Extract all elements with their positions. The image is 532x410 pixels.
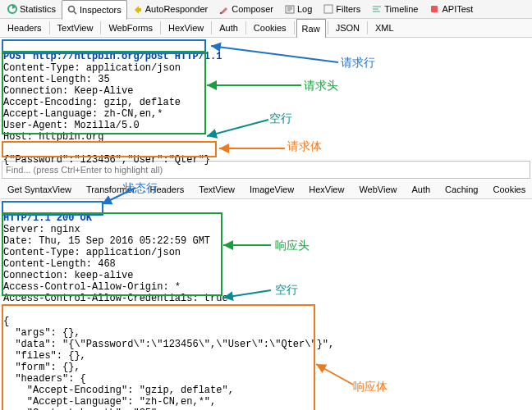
tab-label: Composer [232,4,273,14]
request-headers: Content-Type: application/json Content-L… [3,62,181,143]
resptab-caching[interactable]: Caching [439,180,484,199]
reqtab-cookies[interactable]: Cookies [248,18,292,38]
tab-label: TextView [57,23,94,33]
tab-label: AutoResponder [145,4,208,14]
resptab-getsyntax[interactable]: Get SyntaxView [2,180,77,199]
tab-label: WebForms [108,23,153,33]
request-tabs: Headers TextView WebForms HexView Auth C… [0,19,532,38]
tab-label: Filters [336,4,360,14]
svg-line-2 [74,11,76,14]
svg-line-19 [223,290,271,298]
autoresponder-icon [133,4,143,14]
tab-label: Auth [411,184,430,194]
tab-label: JSON [336,23,360,33]
tab-log[interactable]: Log [279,0,318,19]
tab-label: Statistics [20,4,56,14]
composer-icon [219,4,229,14]
label-request-headers: 请求头 [304,79,338,93]
timeline-icon [372,4,382,14]
label-request-line: 请求行 [341,56,375,71]
tab-composer[interactable]: Composer [213,0,279,19]
resptab-cookies[interactable]: Cookies [487,180,531,199]
request-body: {"Password":"123456","User":"Qter"} [3,154,210,166]
reqtab-webforms[interactable]: WebForms [103,18,158,38]
reqtab-xml[interactable]: XML [369,18,400,38]
svg-rect-8 [324,5,332,13]
reqtab-json[interactable]: JSON [330,18,365,38]
tab-label: Auth [219,23,238,33]
tab-label: Caching [445,184,478,194]
tab-label: APITest [442,4,473,14]
svg-point-1 [69,7,75,12]
main-toolbar: Statistics Inspectors AutoResponder Comp… [0,0,532,19]
inspectors-icon [67,5,77,15]
tab-label: XML [375,23,394,33]
reqtab-hexview[interactable]: HexView [163,18,209,38]
tab-label: Raw [302,24,320,34]
request-raw-panel: POST http://httpbin.org/post HTTP/1.1 Co… [0,38,532,159]
label-response-empty: 空行 [275,283,298,298]
tab-label: Headers [7,23,42,33]
tab-autoresponder[interactable]: AutoResponder [127,0,213,19]
tab-filters[interactable]: Filters [318,0,366,19]
label-status-line: 状态行 [123,181,158,196]
resptab-auth[interactable]: Auth [406,180,436,199]
apitest-icon [429,4,439,14]
reqtab-textview[interactable]: TextView [52,18,99,38]
label-response-headers: 响应头 [275,239,310,253]
tab-label: Cookies [254,23,287,33]
label-request-empty: 空行 [269,112,292,126]
label-response-body: 响应体 [353,380,388,394]
svg-line-13 [211,46,338,62]
tab-label: Inspectors [80,5,122,15]
tab-statistics[interactable]: Statistics [2,0,62,19]
response-raw-panel: HTTP/1.1 200 OK Server: nginx Date: Thu,… [0,199,532,410]
tab-apitest[interactable]: APITest [424,0,479,19]
tab-label: Log [297,4,312,14]
reqtab-headers[interactable]: Headers [2,18,48,38]
reqtab-raw[interactable]: Raw [296,19,326,39]
filters-icon [323,4,333,14]
tab-inspectors[interactable]: Inspectors [62,0,127,20]
request-first-line: POST http://httpbin.org/post HTTP/1.1 [3,51,222,62]
statistics-icon [7,4,17,14]
log-icon [285,4,295,14]
svg-line-15 [207,120,268,136]
tab-label: Get SyntaxView [7,184,71,194]
request-arrows [203,38,351,161]
response-first-line: HTTP/1.1 200 OK [3,212,92,224]
response-arrows [90,180,386,410]
svg-rect-12 [431,6,438,12]
label-request-body: 请求体 [287,139,322,154]
svg-line-20 [316,364,353,385]
tab-label: Timeline [384,4,418,14]
reqtab-auth[interactable]: Auth [213,18,244,38]
svg-rect-3 [220,12,222,14]
tab-label: HexView [168,23,204,33]
tab-timeline[interactable]: Timeline [366,0,424,19]
tab-label: Cookies [493,184,525,194]
